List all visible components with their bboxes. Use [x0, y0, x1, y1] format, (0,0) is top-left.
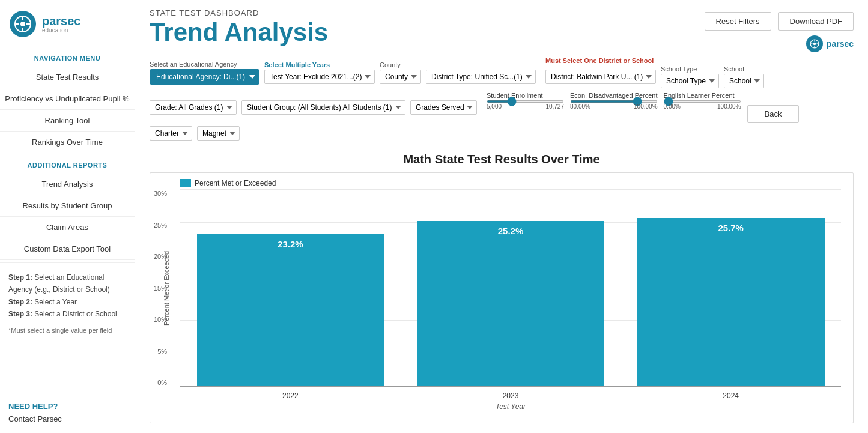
- logo-area: parsec education: [0, 0, 135, 46]
- sidebar-note: *Must select a single value per field: [0, 327, 135, 340]
- back-button[interactable]: Back: [747, 105, 800, 123]
- y-tick-10: 10%: [154, 316, 167, 323]
- bar-2023: 25.2%: [417, 221, 604, 386]
- filters-area: Select an Educational Agency Educational…: [135, 52, 868, 147]
- enrollment-min: 5,000: [487, 103, 502, 110]
- sidebar-item-rankings-over-time[interactable]: Rankings Over Time: [0, 132, 135, 153]
- y-tick-20: 20%: [154, 253, 167, 260]
- x-axis-line: [180, 386, 841, 387]
- step2-bold: Step 2:: [8, 298, 32, 306]
- school-type-label: School Type: [661, 65, 719, 73]
- main-area: STATE TEST DASHBOARD Trend Analysis Rese…: [135, 0, 868, 433]
- bar-col-2023: 25.2%: [401, 190, 621, 386]
- chart-area: Math State Test Results Over Time Percen…: [135, 147, 868, 433]
- legend-label: Percent Met or Exceeded: [195, 179, 276, 187]
- bar-label-2024: 25.7%: [718, 223, 744, 233]
- magnet-select[interactable]: Magnet: [197, 126, 240, 141]
- step3-text: Select a District or School: [32, 310, 117, 318]
- county-select[interactable]: County: [380, 70, 421, 84]
- bar-2022: 23.2%: [197, 234, 384, 386]
- sidebar: parsec education NAVIGATION MENU State T…: [0, 0, 135, 433]
- step3-bold: Step 3:: [8, 310, 32, 318]
- nav-additional-title: ADDITIONAL REPORTS: [0, 153, 135, 174]
- bar-col-2022: 23.2%: [180, 190, 401, 386]
- sidebar-item-results-student-group[interactable]: Results by Student Group: [0, 195, 135, 217]
- eng-max: 100.00%: [717, 103, 741, 110]
- econ-min: 80.00%: [570, 103, 590, 110]
- test-year-select[interactable]: Test Year: Exclude 2021...(2): [264, 70, 375, 84]
- reset-filters-button[interactable]: Reset Filters: [705, 12, 771, 31]
- sidebar-item-custom-export[interactable]: Custom Data Export Tool: [0, 238, 135, 260]
- sidebar-steps: Step 1: Select an Educational Agency (e.…: [0, 262, 135, 327]
- chart-legend: Percent Met or Exceeded: [180, 179, 841, 187]
- bars-group: 23.2% 25.2% 25.7%: [180, 190, 841, 386]
- step1-bold: Step 1:: [8, 273, 32, 282]
- header-title-block: STATE TEST DASHBOARD Trend Analysis: [150, 8, 328, 46]
- nav-main-title: NAVIGATION MENU: [0, 46, 135, 67]
- svg-point-7: [813, 43, 816, 46]
- eng-learner-slider[interactable]: [664, 100, 741, 103]
- sidebar-item-claim-areas[interactable]: Claim Areas: [0, 217, 135, 238]
- agency-select[interactable]: Educational Agency: Di...(1): [150, 69, 259, 85]
- parsec-label: parsec: [827, 39, 854, 49]
- eng-learner-slider-group: English Learner Percent 0.00% 100.00%: [664, 92, 741, 110]
- x-tick-2022: 2022: [180, 392, 401, 400]
- district-type-label: [426, 61, 536, 68]
- county-label: County: [380, 61, 421, 68]
- x-tick-2023: 2023: [401, 392, 621, 400]
- student-group-select[interactable]: Student Group: (All Students) All Studen…: [241, 100, 405, 115]
- grade-select[interactable]: Grade: All Grades (1): [150, 100, 237, 115]
- district-type-select[interactable]: District Type: Unified Sc...(1): [426, 70, 536, 84]
- contact-link[interactable]: Contact Parsec: [0, 414, 135, 433]
- enrollment-slider[interactable]: [487, 100, 564, 103]
- years-label: Select Multiple Years: [264, 61, 375, 68]
- x-axis: 2022 2023 2024: [180, 392, 841, 400]
- district-select[interactable]: District: Baldwin Park U... (1): [545, 70, 656, 84]
- legend-color-box: [180, 179, 191, 187]
- sidebar-item-trend-analysis[interactable]: Trend Analysis: [0, 174, 135, 195]
- parsec-logo-small: parsec: [806, 35, 854, 52]
- bar-chart-wrap: Percent Met or Exceeded 30% 25% 20% 15% …: [180, 190, 841, 411]
- filter-row-2: Grade: All Grades (1) Student Group: (Al…: [150, 92, 854, 123]
- school-label: School: [724, 65, 764, 73]
- y-tick-25: 25%: [154, 222, 167, 229]
- econ-max: 100.00%: [634, 103, 657, 110]
- econ-disadv-slider-group: Econ. Disadvantaged Percent 80.00% 100.0…: [570, 92, 658, 110]
- charter-select[interactable]: Charter: [150, 126, 192, 141]
- need-help-title: NEED HELP?: [0, 392, 135, 414]
- filter-row-3: Charter Magnet: [150, 126, 854, 141]
- bar-label-2022: 23.2%: [278, 239, 303, 249]
- y-tick-15: 15%: [154, 285, 167, 292]
- header-buttons: Reset Filters Download PDF: [705, 12, 854, 31]
- bar-col-2024: 25.7%: [621, 190, 841, 386]
- step2-text: Select a Year: [32, 298, 77, 306]
- y-tick-5: 5%: [157, 348, 167, 355]
- x-axis-label: Test Year: [180, 402, 841, 411]
- y-tick-30: 30%: [154, 190, 167, 197]
- sidebar-item-proficiency[interactable]: Proficiency vs Unduplicated Pupil %: [0, 88, 135, 110]
- y-tick-0: 0%: [157, 379, 167, 386]
- grades-served-select[interactable]: Grades Served: [410, 100, 477, 115]
- parsec-small-icon: [806, 35, 823, 52]
- student-enrollment-slider-group: Student Enrollment 5,000 10,727: [487, 92, 564, 110]
- sidebar-item-state-test-results[interactable]: State Test Results: [0, 67, 135, 88]
- bar-label-2023: 25.2%: [498, 226, 524, 236]
- agency-label: Select an Educational Agency: [150, 61, 259, 68]
- filter-row-1: Select an Educational Agency Educational…: [150, 57, 854, 88]
- x-tick-2024: 2024: [621, 392, 841, 400]
- enrollment-max: 10,727: [545, 103, 564, 110]
- header: STATE TEST DASHBOARD Trend Analysis Rese…: [135, 0, 868, 52]
- school-select[interactable]: School: [724, 74, 764, 88]
- school-type-select[interactable]: School Type: [661, 74, 719, 88]
- econ-disadv-slider[interactable]: [570, 100, 658, 103]
- download-pdf-button[interactable]: Download PDF: [778, 12, 854, 31]
- logo-icon: [10, 11, 36, 37]
- must-select-label: Must Select One District or School: [545, 57, 764, 64]
- page-subtitle: STATE TEST DASHBOARD: [150, 8, 328, 17]
- chart-container: Percent Met or Exceeded Percent Met or E…: [150, 172, 854, 423]
- bar-chart-inner: Percent Met or Exceeded 30% 25% 20% 15% …: [180, 190, 841, 386]
- svg-point-1: [20, 22, 25, 26]
- bar-2024: 25.7%: [637, 218, 825, 386]
- page-title: Trend Analysis: [150, 19, 328, 46]
- sidebar-item-ranking-tool[interactable]: Ranking Tool: [0, 110, 135, 132]
